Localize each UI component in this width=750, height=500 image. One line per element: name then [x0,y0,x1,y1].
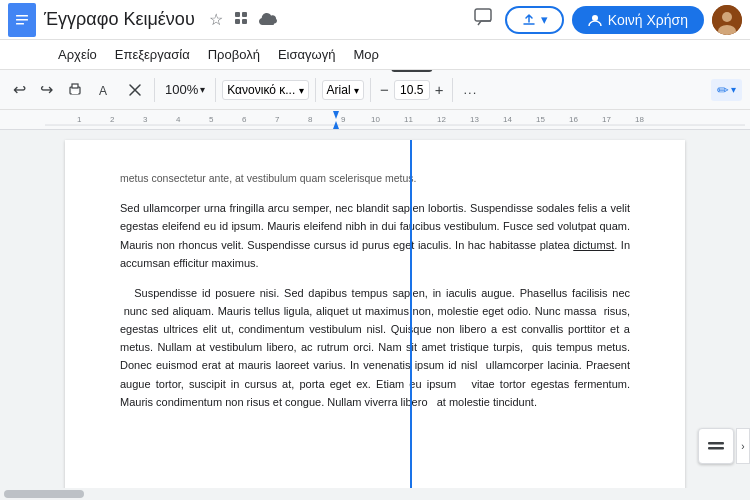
svg-text:11: 11 [404,115,413,124]
menu-edit[interactable]: Επεξεργασία [107,45,198,64]
svg-point-9 [592,15,598,21]
svg-rect-5 [242,12,247,17]
font-select[interactable]: Arial ▾ [322,80,364,100]
svg-text:13: 13 [470,115,479,124]
style-name: Κανονικό κ... [227,83,295,97]
toolbar-right: ▾ Κοινή Χρήση [469,3,742,36]
dictumst-word: dictumst [573,239,614,251]
pen-icon: ✏ [717,82,729,98]
more-options-button[interactable]: ... [459,80,481,99]
avatar[interactable] [712,5,742,35]
svg-rect-15 [72,91,78,94]
doc-icon [8,3,36,37]
svg-text:16: 16 [569,115,578,124]
svg-text:3: 3 [143,115,148,124]
menu-insert[interactable]: Εισαγωγή [270,45,343,64]
divider-5 [452,78,453,102]
svg-rect-39 [708,447,724,450]
svg-text:18: 18 [635,115,644,124]
font-increase-button[interactable]: + [432,79,447,100]
divider-3 [315,78,316,102]
svg-rect-38 [708,442,724,445]
svg-text:9: 9 [341,115,346,124]
divider-4 [370,78,371,102]
svg-text:7: 7 [275,115,280,124]
floating-add-button[interactable] [698,428,734,464]
zoom-value: 100% [165,82,198,97]
doc-area[interactable]: metus consectetur ante, at vestibulum qu… [0,130,750,500]
paragraph-1[interactable]: Sed ullamcorper urna fringilla arcu semp… [120,199,630,272]
svg-text:8: 8 [308,115,313,124]
ruler: 1 2 3 4 5 6 7 8 9 10 11 12 13 14 15 16 1… [0,110,750,130]
font-size-area: 8,00 − + [377,79,447,100]
svg-text:10: 10 [371,115,380,124]
svg-text:14: 14 [503,115,512,124]
svg-rect-8 [475,9,491,21]
zoom-select[interactable]: 100% ▾ [161,80,209,99]
svg-text:6: 6 [242,115,247,124]
toolbar: ↩ ↪ A 100% ▾ Κανονικό κ... ▾ Arial ▾ 8,0… [0,70,750,110]
svg-text:17: 17 [602,115,611,124]
comment-button[interactable] [469,3,497,36]
page-text: metus consectetur ante, at vestibulum qu… [120,170,630,411]
svg-rect-1 [16,15,28,17]
star-icon[interactable]: ☆ [207,8,225,31]
divider-1 [154,78,155,102]
scrollbar-thumb[interactable] [4,490,84,498]
drive-icon [231,8,251,32]
svg-marker-18 [333,111,339,119]
share-button[interactable]: Κοινή Χρήση [572,6,704,34]
font-decrease-button[interactable]: − [377,79,392,100]
svg-rect-6 [235,19,240,24]
menu-bar: Αρχείο Επεξεργασία Προβολή Εισαγωγή Μορ [0,40,750,70]
svg-point-11 [722,12,732,22]
right-expand-button[interactable]: › [736,428,750,464]
print-button[interactable] [62,79,88,101]
redo-button[interactable]: ↪ [35,77,58,102]
font-size-input[interactable] [394,80,430,100]
svg-text:2: 2 [110,115,115,124]
font-size-tooltip: 8,00 [391,70,432,72]
cloud-icon [257,9,279,31]
paragraph-2[interactable]: Suspendisse id posuere nisi. Sed dapibus… [120,284,630,411]
svg-text:15: 15 [536,115,545,124]
clear-format-button[interactable] [122,79,148,101]
pen-arrow: ▾ [731,84,736,95]
svg-text:5: 5 [209,115,214,124]
menu-file[interactable]: Αρχείο [50,45,105,64]
share-label: Κοινή Χρήση [608,12,688,28]
title-icons: ☆ [207,8,279,32]
undo-button[interactable]: ↩ [8,77,31,102]
svg-text:12: 12 [437,115,446,124]
svg-rect-2 [16,19,28,21]
svg-rect-7 [242,19,247,24]
menu-more[interactable]: Μορ [345,45,386,64]
menu-view[interactable]: Προβολή [200,45,268,64]
upload-button[interactable]: ▾ [505,6,564,34]
upload-label: ▾ [541,12,548,27]
zoom-arrow: ▾ [200,84,205,95]
svg-text:4: 4 [176,115,181,124]
format-paint-button[interactable]: A [92,79,118,101]
svg-rect-4 [235,12,240,17]
top-fragment: metus consectetur ante, at vestibulum qu… [120,170,630,187]
horizontal-scrollbar[interactable] [0,488,736,500]
svg-text:1: 1 [77,115,82,124]
svg-rect-3 [16,23,24,25]
svg-text:A: A [99,84,107,98]
page-title: Έγγραφο Κειμένου [44,9,195,30]
font-name: Arial [327,83,351,97]
style-select[interactable]: Κανονικό κ... ▾ [222,80,308,100]
svg-rect-14 [72,84,78,88]
divider-2 [215,78,216,102]
document-page: metus consectetur ante, at vestibulum qu… [65,140,685,500]
edit-mode-button[interactable]: ✏ ▾ [711,79,742,101]
title-bar: Έγγραφο Κειμένου ☆ [0,0,750,40]
